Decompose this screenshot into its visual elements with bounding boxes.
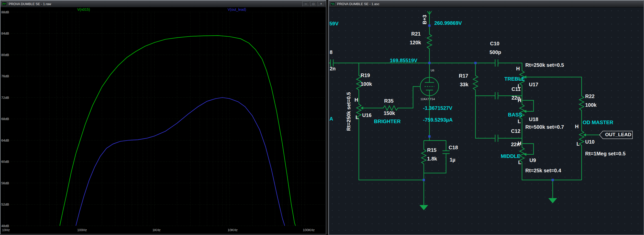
schematic-window: PROVA DUMBLE SE - 1.asc OUT_LEAD 59V82nA…: [328, 0, 644, 235]
schematic-text: R22: [585, 93, 595, 99]
schematic-text: L: [518, 119, 521, 124]
schematic-text: C10: [490, 41, 499, 47]
net-flag-out-lead[interactable]: OUT_LEAD: [605, 132, 631, 137]
schematic-text: BRIGHTER: [374, 119, 401, 124]
window-icon-waveform: [2, 2, 7, 6]
schematic-text: TREBLE: [504, 76, 525, 82]
schematic-text: 500p: [490, 49, 501, 55]
schematic-titlebar[interactable]: PROVA DUMBLE SE - 1.asc: [329, 1, 643, 7]
svg-text:V(n015): V(n015): [77, 7, 90, 12]
schematic-text: H: [518, 141, 521, 146]
svg-text:60dB: 60dB: [1, 160, 9, 164]
waveform-window-title: PROVA DUMBLE SE - 1.raw: [9, 2, 51, 6]
schematic-text: 1µ: [450, 157, 456, 163]
schematic-text: 120k: [410, 40, 421, 46]
schematic-text: C18: [449, 145, 458, 151]
schematic-canvas[interactable]: OUT_LEAD 59V82nAB+3260.99869VR21120k169.…: [329, 7, 643, 234]
svg-text:100KHz: 100KHz: [303, 228, 315, 232]
waveform-titlebar[interactable]: PROVA DUMBLE SE - 1.raw ─ □ ×: [1, 1, 326, 7]
svg-text:72dB: 72dB: [1, 96, 9, 100]
schematic-text: -1.3671527V: [423, 105, 452, 111]
schematic-text: Rt=25k set=0.4: [525, 168, 561, 174]
svg-text:76dB: 76dB: [1, 74, 9, 78]
svg-text:56dB: 56dB: [1, 181, 9, 185]
schematic-text: H: [575, 124, 579, 130]
schematic-text: C11: [512, 86, 521, 92]
schematic-text: U18: [529, 116, 538, 122]
svg-text:1KHz: 1KHz: [152, 228, 161, 232]
svg-text:64dB: 64dB: [1, 138, 9, 142]
schematic-text: R21: [411, 31, 421, 37]
schematic-text: 100k: [361, 81, 372, 87]
svg-text:100Hz: 100Hz: [77, 228, 87, 232]
schematic-text: H: [516, 66, 520, 72]
schematic-text: 12AX7.TS4: [420, 98, 435, 101]
schematic-text: 260.99869V: [434, 20, 462, 26]
schematic-text: 1.8k: [427, 156, 437, 162]
schematic-text: A: [329, 116, 333, 122]
schematic-text: Rt=1Meg set=0.5: [585, 151, 626, 157]
svg-text:88dB: 88dB: [1, 10, 9, 14]
svg-text:52dB: 52dB: [1, 202, 9, 206]
svg-text:V(out_lead): V(out_lead): [228, 7, 246, 12]
schematic-text: 150k: [384, 110, 395, 116]
svg-text:84dB: 84dB: [1, 31, 9, 35]
schematic-text: OD MASTER: [583, 120, 613, 125]
svg-text:48dB: 48dB: [1, 224, 9, 228]
schematic-text: 100k: [585, 102, 597, 108]
schematic-text: U17: [529, 82, 538, 88]
schematic-text: -759.5293µA: [423, 117, 453, 123]
schematic-text: U10: [585, 139, 595, 145]
schematic-text: H: [354, 97, 358, 103]
schematic-text: R15: [427, 147, 437, 153]
schematic-text: C12: [511, 128, 520, 134]
schematic-text: L: [518, 159, 521, 165]
schematic-text: U9: [529, 157, 536, 163]
schematic-text: MIDDLE: [501, 153, 520, 159]
schematic-text: U16: [362, 112, 372, 118]
schematic-text: R19: [361, 72, 370, 78]
schematic-text: L: [576, 141, 580, 147]
schematic-text: L: [356, 114, 359, 120]
schematic-text: 8: [330, 49, 332, 55]
schematic-text: 33k: [460, 82, 468, 88]
waveform-plot-area[interactable]: 88dB84dB80dB76dB72dB68dB64dB60dB56dB52dB…: [1, 7, 326, 234]
svg-text:10Hz: 10Hz: [2, 228, 10, 232]
svg-text:10KHz: 10KHz: [228, 228, 238, 232]
schematic-text: 59V: [329, 21, 339, 27]
schematic-text: B+3: [422, 15, 428, 24]
waveform-window: PROVA DUMBLE SE - 1.raw ─ □ × 88dB84dB80…: [0, 0, 326, 234]
mdi-background: { "left_window": { "title": "PROVA DUMBL…: [0, 0, 644, 235]
schematic-text: 169.85519V: [390, 58, 417, 63]
maximize-button[interactable]: □: [310, 1, 317, 6]
schematic-text: R17: [459, 73, 468, 79]
schematic-text: 2n: [330, 66, 336, 72]
minimize-button[interactable]: ─: [302, 1, 309, 6]
svg-text:68dB: 68dB: [1, 117, 9, 121]
bode-plot[interactable]: 88dB84dB80dB76dB72dB68dB64dB60dB56dB52dB…: [1, 7, 325, 234]
schematic-text: Rt=500k set=0.7: [525, 124, 564, 130]
window-icon-schematic: [330, 2, 335, 6]
schematic-text: Rt=250k set=0.5: [346, 92, 352, 131]
schematic-window-title: PROVA DUMBLE SE - 1.asc: [337, 2, 379, 6]
schematic-text: BASS: [508, 112, 522, 118]
schematic-text: Rt=250k set=0.5: [525, 62, 564, 68]
schematic-text: U6: [431, 69, 434, 72]
close-button[interactable]: ×: [318, 1, 325, 6]
schematic-text: H: [518, 98, 521, 103]
schematic-text: R35: [384, 98, 394, 104]
svg-text:80dB: 80dB: [1, 53, 9, 57]
